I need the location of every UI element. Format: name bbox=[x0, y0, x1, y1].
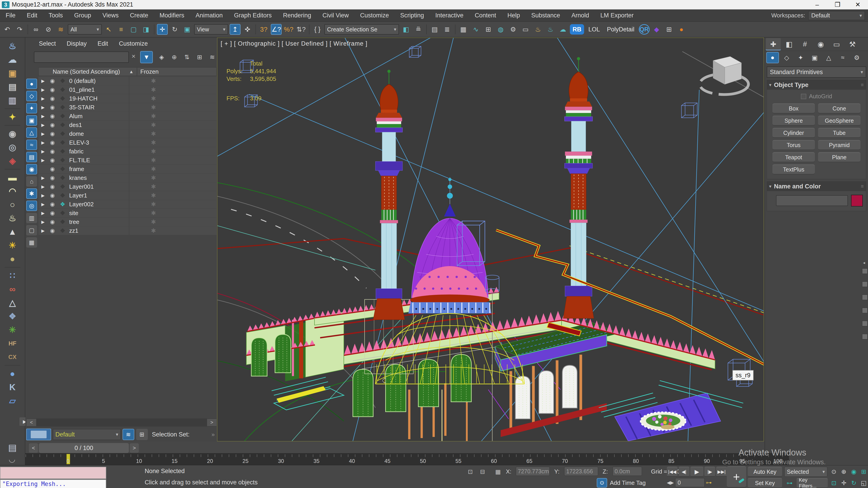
frozen-cell[interactable]: ✱ bbox=[129, 191, 217, 200]
track-view-button[interactable] bbox=[26, 429, 51, 440]
table-row[interactable]: ▶◉❖FL.TILE✱ bbox=[38, 156, 217, 164]
frozen-cell[interactable]: ✱ bbox=[129, 112, 217, 121]
viewport-label[interactable]: [ + ] [ Orthographic ] [ User Defined ] … bbox=[221, 40, 367, 47]
add-to-layer-icon[interactable]: ⇅ bbox=[182, 52, 192, 63]
frozen-cell[interactable]: ✱ bbox=[129, 182, 217, 191]
render-production-icon[interactable]: ♨ bbox=[532, 24, 544, 35]
scene-explorer-toggle-icon[interactable]: ▤ bbox=[429, 24, 440, 35]
filter-geometry-icon[interactable]: ◇ bbox=[26, 91, 37, 101]
heart-plugin-icon[interactable]: ◆ bbox=[651, 24, 662, 35]
isolate-selection-icon[interactable]: ⊡ bbox=[465, 467, 475, 477]
menu-lm-exporter[interactable]: LM Exporter bbox=[595, 12, 639, 19]
rect-selection-region-icon[interactable]: ▢ bbox=[128, 24, 139, 35]
expand-arrow-icon[interactable]: ▶ bbox=[38, 210, 48, 216]
schematic-view-icon[interactable]: ⊞ bbox=[483, 24, 494, 35]
expand-arrow-icon[interactable]: ▶ bbox=[38, 193, 48, 198]
sphere-blue-icon[interactable]: ● bbox=[3, 367, 22, 380]
explorer-menu-display[interactable]: Display bbox=[67, 40, 87, 47]
menu-substance[interactable]: Substance bbox=[526, 12, 566, 19]
proxy-icon[interactable]: ▱ bbox=[3, 394, 22, 407]
hierarchy-button[interactable]: ⊞ bbox=[136, 429, 148, 440]
frozen-cell[interactable]: ✱ bbox=[129, 121, 217, 129]
rendered-frame-icon[interactable]: ▭ bbox=[520, 24, 531, 35]
light-lister-icon[interactable]: ✦ bbox=[3, 111, 22, 123]
layer-stack-icon[interactable]: ❖ bbox=[57, 95, 68, 102]
menu-views[interactable]: Views bbox=[97, 12, 124, 19]
rock-icon[interactable]: ❖ bbox=[3, 310, 22, 323]
camera-icon[interactable]: ◉ bbox=[3, 127, 22, 140]
cloud-icon[interactable]: ☁ bbox=[3, 53, 22, 66]
filter-spacewarps-icon[interactable]: ≈ bbox=[26, 140, 37, 150]
tab-create[interactable]: ✚ bbox=[766, 38, 781, 51]
window-crossing-icon[interactable]: ◨ bbox=[141, 24, 151, 35]
tab-display[interactable]: ▭ bbox=[829, 38, 844, 51]
overflow-chevrons-icon[interactable]: » bbox=[212, 431, 215, 438]
tab-modify[interactable]: ◧ bbox=[782, 38, 797, 51]
filter-cameras-icon[interactable]: ▣ bbox=[26, 115, 37, 126]
layer-stack-icon[interactable]: ❖ bbox=[57, 166, 68, 173]
table-header[interactable]: Name (Sorted Ascending) ▲ Frozen bbox=[38, 67, 217, 76]
frozen-cell[interactable]: ✱ bbox=[129, 94, 217, 103]
use-pivot-center-icon[interactable]: ↥ bbox=[230, 24, 241, 35]
table-row[interactable]: ▶◉❖zz1✱ bbox=[38, 226, 217, 235]
torus-button[interactable]: Torus bbox=[772, 140, 815, 150]
lock-layers-icon[interactable]: ◈ bbox=[156, 52, 167, 63]
maximize-viewport-icon[interactable]: ◱ bbox=[859, 478, 868, 488]
batch-render-icon[interactable]: ▥ bbox=[3, 94, 22, 107]
layer-explorer-toggle-icon[interactable]: ≣ bbox=[442, 24, 453, 35]
restore-button[interactable]: ❐ bbox=[827, 0, 848, 9]
menu-rendering[interactable]: Rendering bbox=[277, 12, 317, 19]
filter-materials-icon[interactable]: ▤ bbox=[26, 152, 37, 162]
go-end-button[interactable]: ▶▶| bbox=[716, 467, 727, 477]
table-row[interactable]: ▶◉❖Layer1✱ bbox=[38, 191, 217, 200]
prev-frame-button[interactable]: < bbox=[29, 443, 38, 453]
menu-tools[interactable]: Tools bbox=[43, 12, 68, 19]
filter-frozen-icon[interactable]: ✱ bbox=[26, 188, 37, 199]
add-layer-icon[interactable]: ⊕ bbox=[169, 52, 180, 63]
menu-edit[interactable]: Edit bbox=[21, 12, 43, 19]
go-start-button[interactable]: |◀◀ bbox=[667, 467, 678, 477]
frozen-cell[interactable]: ✱ bbox=[129, 209, 217, 217]
reference-coordinate-dropdown[interactable]: View▾ bbox=[194, 24, 228, 35]
current-frame-field[interactable]: 0 bbox=[675, 478, 705, 487]
zoom-region-icon[interactable]: ⊡ bbox=[829, 478, 839, 488]
detail-view-icon[interactable]: ▦ bbox=[26, 237, 37, 248]
menu-scripting[interactable]: Scripting bbox=[395, 12, 430, 19]
angle-snap-icon[interactable]: ∠? bbox=[271, 24, 282, 35]
expand-arrow-icon[interactable]: ▶ bbox=[38, 123, 48, 128]
grass-icon[interactable]: ✳ bbox=[3, 324, 22, 336]
subcategory-dropdown[interactable]: Standard Primitives▾ bbox=[767, 66, 866, 78]
ribbon-toggle-icon[interactable]: ▦ bbox=[458, 24, 469, 35]
time-field[interactable]: 0 / 100 bbox=[39, 443, 129, 453]
frozen-cell[interactable]: ✱ bbox=[129, 138, 217, 147]
search-input[interactable] bbox=[34, 52, 129, 63]
edit-named-selections-icon[interactable]: { } bbox=[312, 24, 323, 35]
mini-icon[interactable] bbox=[862, 334, 868, 339]
frozen-cell[interactable]: ✱ bbox=[129, 76, 217, 85]
visibility-eye-icon[interactable]: ◉ bbox=[48, 104, 57, 110]
minimize-button[interactable]: – bbox=[807, 0, 827, 9]
cat-systems[interactable]: ⚙ bbox=[850, 52, 863, 63]
layer-stack-icon[interactable]: ❖ bbox=[57, 113, 68, 120]
frozen-cell[interactable]: ✱ bbox=[129, 129, 217, 138]
table-row[interactable]: ▶◉❖des1✱ bbox=[38, 121, 217, 129]
sphere-button[interactable]: Sphere bbox=[772, 116, 815, 126]
column-name[interactable]: Name (Sorted Ascending) bbox=[39, 68, 129, 75]
visibility-eye-icon[interactable]: ◉ bbox=[48, 157, 57, 163]
rb-plugin-icon[interactable]: RB bbox=[570, 24, 584, 35]
material-editor-icon[interactable]: ◍ bbox=[495, 24, 506, 35]
video-post-icon[interactable]: ◈ bbox=[3, 155, 22, 167]
menu-interactive[interactable]: Interactive bbox=[430, 12, 469, 19]
hair-cx-icon[interactable]: CX bbox=[3, 351, 22, 363]
expand-arrow-icon[interactable]: ▶ bbox=[38, 149, 48, 154]
table-row[interactable]: ▶◉❖Layer001✱ bbox=[38, 182, 217, 191]
menu-help[interactable]: Help bbox=[502, 12, 526, 19]
time-tag-icon[interactable]: ⊙ bbox=[597, 478, 607, 488]
rendered-frame-icon[interactable]: ▣ bbox=[3, 67, 22, 79]
menu-modifiers[interactable]: Modifiers bbox=[154, 12, 190, 19]
cat-geometry[interactable]: ● bbox=[766, 52, 779, 63]
visibility-eye-icon[interactable]: ◉ bbox=[48, 192, 57, 199]
layer-stack-icon[interactable]: ❖ bbox=[57, 130, 68, 137]
layer-stack-icon[interactable]: ❖ bbox=[57, 210, 68, 217]
visibility-eye-icon[interactable]: ◉ bbox=[48, 87, 57, 93]
